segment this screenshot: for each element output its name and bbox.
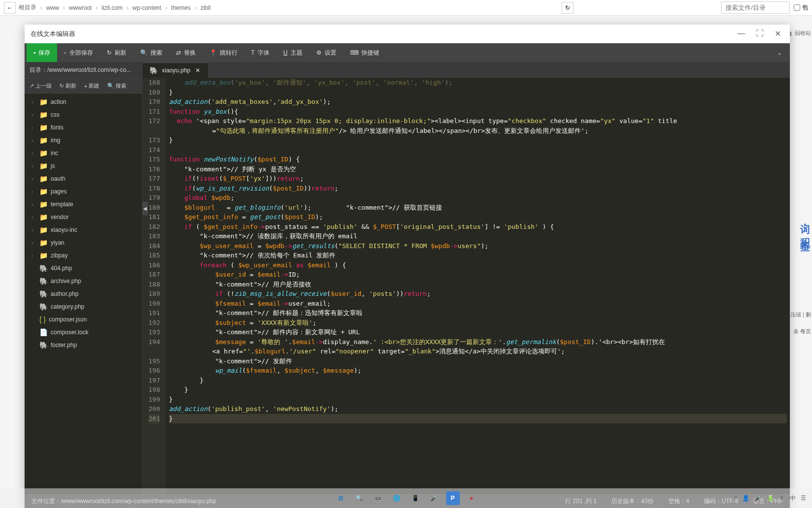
breadcrumb-item[interactable]: www: [46, 4, 59, 11]
chevron-right-icon: ›: [165, 4, 167, 11]
breadcrumb-item[interactable]: lizll.com: [102, 4, 123, 11]
refresh-button[interactable]: ↻: [562, 2, 573, 14]
breadcrumb-item[interactable]: wp-content: [132, 4, 161, 11]
include-label: 包: [802, 3, 808, 12]
chevron-right-icon: ›: [194, 4, 196, 11]
breadcrumb-item[interactable]: zibll: [200, 4, 211, 11]
nav-back-button[interactable]: ←: [4, 2, 16, 14]
breadcrumb-item[interactable]: 根目录: [19, 3, 36, 12]
search-input[interactable]: [721, 1, 790, 14]
chevron-right-icon: ›: [40, 4, 42, 11]
breadcrumb-bar: ← 根目录›www›wwwroot›lizll.com›wp-content›t…: [0, 0, 812, 16]
breadcrumb-item[interactable]: themes: [171, 4, 190, 11]
include-checkbox[interactable]: [794, 4, 800, 11]
breadcrumb-item[interactable]: wwwroot: [69, 4, 92, 11]
chevron-right-icon: ›: [126, 4, 128, 11]
chevron-right-icon: ›: [63, 4, 65, 11]
chevron-right-icon: ›: [96, 4, 98, 11]
breadcrumb: 根目录›www›wwwroot›lizll.com›wp-content›the…: [19, 3, 558, 12]
